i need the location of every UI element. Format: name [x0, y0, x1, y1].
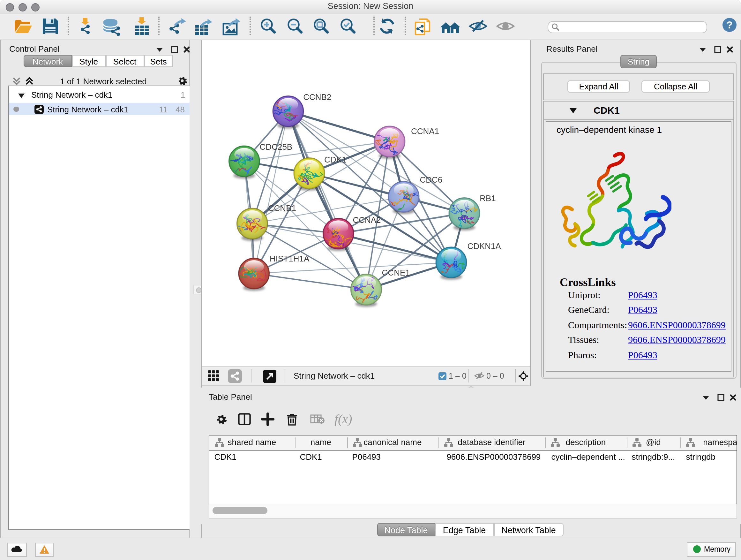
svg-text:RB1: RB1: [480, 193, 496, 203]
svg-text:CCNA2: CCNA2: [353, 215, 381, 225]
svg-text:HIST1H1A: HIST1H1A: [270, 254, 310, 263]
svg-text:CDKN1A: CDKN1A: [467, 241, 501, 251]
svg-text:CDK1: CDK1: [324, 155, 346, 165]
svg-text:CCNE1: CCNE1: [382, 268, 410, 277]
svg-text:CDC6: CDC6: [420, 175, 442, 185]
svg-text:CCNA1: CCNA1: [411, 126, 439, 136]
svg-text:CDC25B: CDC25B: [260, 142, 293, 152]
svg-text:?: ?: [726, 19, 733, 30]
svg-text:CCNB1: CCNB1: [268, 203, 296, 213]
svg-text:CCNB2: CCNB2: [303, 92, 331, 102]
